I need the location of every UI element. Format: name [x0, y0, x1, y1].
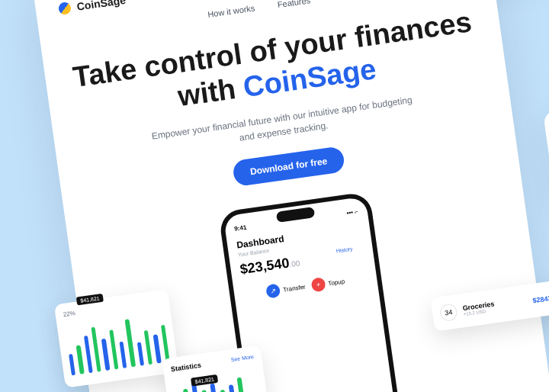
- transaction-widget: 34 Groceries +15.2 USD $2843.98: [431, 279, 549, 332]
- chart-bars: [64, 309, 169, 375]
- nav-how-it-works[interactable]: How it works: [207, 3, 255, 19]
- status-icons: ••• ⌐: [346, 208, 358, 217]
- logo-icon: [58, 2, 72, 15]
- chart-widget: $41,821 22%: [54, 289, 179, 388]
- transaction-amount: $2843.98: [532, 294, 549, 305]
- chart-tooltip: $41,821: [76, 294, 104, 306]
- balance-value: $23,540.00: [239, 254, 300, 278]
- statistics-widget: $41,821 Statistics See More: [162, 345, 269, 392]
- logo-text: CoinSage: [76, 0, 127, 13]
- transaction-count: 34: [439, 304, 458, 323]
- transfer-button[interactable]: ↗Transfer: [265, 280, 307, 299]
- topup-button[interactable]: +Topup: [310, 275, 345, 293]
- transfer-icon: ↗: [265, 284, 281, 299]
- topup-icon: +: [310, 277, 326, 292]
- cta-card: − ?rs! your financial way to better: [543, 80, 549, 203]
- nav-features[interactable]: Features: [277, 0, 311, 9]
- download-button[interactable]: Download for free: [232, 146, 345, 188]
- nav-testimonials[interactable]: Testimonials: [332, 0, 380, 2]
- history-link[interactable]: History: [336, 246, 353, 254]
- hero-card: CoinSage How it works Features Testimoni…: [32, 0, 549, 392]
- phone-time: 9:41: [234, 224, 247, 233]
